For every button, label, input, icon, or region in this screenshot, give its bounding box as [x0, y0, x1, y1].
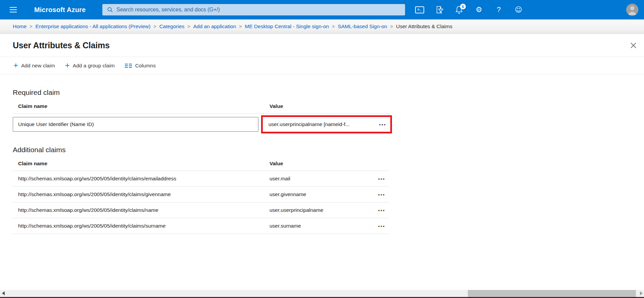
columns-icon — [125, 63, 132, 68]
claim-value-cell: user.userprincipalname — [269, 207, 368, 213]
claim-name-cell: http://schemas.xmlsoap.org/ws/2005/05/id… — [18, 191, 269, 197]
menu-bar — [10, 7, 17, 8]
feedback-smiley-icon[interactable]: ☺ — [512, 3, 525, 16]
claim-value-cell: user.surname — [269, 223, 368, 229]
claim-name-cell: http://schemas.xmlsoap.org/ws/2005/05/id… — [18, 176, 269, 182]
column-header-value: Value — [269, 103, 389, 109]
blade-content: Required claim Claim name Value Unique U… — [0, 88, 644, 234]
additional-claims-table-header: Claim name Value — [13, 154, 389, 171]
person-icon — [626, 4, 638, 16]
breadcrumb-separator: > — [188, 24, 190, 29]
claim-name-cell: http://schemas.xmlsoap.org/ws/2005/05/id… — [18, 223, 269, 229]
required-claim-section: Required claim Claim name Value Unique U… — [13, 88, 644, 134]
breadcrumb-current: User Attributes & Claims — [396, 23, 452, 29]
breadcrumb-link[interactable]: Enterprise applications - All applicatio… — [36, 23, 151, 29]
breadcrumb-link[interactable]: Categories — [159, 23, 185, 29]
claim-table-row[interactable]: http://schemas.xmlsoap.org/ws/2005/05/id… — [13, 218, 389, 234]
required-claim-heading: Required claim — [13, 88, 644, 97]
claim-table-row[interactable]: http://schemas.xmlsoap.org/ws/2005/05/id… — [13, 171, 389, 187]
breadcrumb-link[interactable]: Add an application — [193, 23, 236, 29]
claim-value-cell: user.givenname — [269, 191, 368, 197]
close-icon[interactable] — [627, 39, 639, 51]
row-menu-ellipsis-icon[interactable]: ••• — [378, 122, 390, 127]
help-icon[interactable]: ? — [492, 3, 505, 16]
settings-gear-icon[interactable]: ⚙ — [472, 3, 486, 16]
row-menu-ellipsis-icon[interactable]: ••• — [377, 208, 389, 213]
breadcrumb: Home>Enterprise applications - All appli… — [0, 19, 644, 34]
search-input[interactable] — [113, 4, 405, 15]
breadcrumb-separator: > — [153, 24, 156, 29]
page-title: User Attributes & Claims — [13, 41, 110, 50]
column-header-value: Value — [269, 161, 389, 167]
add-group-claim-button[interactable]: + Add a group claim — [65, 62, 115, 70]
additional-claims-section: Additional claims Claim name Value http:… — [13, 146, 644, 234]
scroll-left-arrow-icon[interactable] — [2, 291, 5, 295]
highlight-red-box: user.userprincipalname [nameid-f... ••• — [261, 115, 392, 133]
search-icon — [107, 7, 113, 13]
cloud-shell-icon[interactable]: >_ — [413, 3, 426, 16]
claim-table-row[interactable]: http://schemas.xmlsoap.org/ws/2005/05/id… — [13, 187, 389, 202]
claim-name-cell: http://schemas.xmlsoap.org/ws/2005/05/id… — [18, 207, 269, 213]
claim-table-row[interactable]: http://schemas.xmlsoap.org/ws/2005/05/id… — [13, 202, 389, 218]
global-search[interactable] — [102, 4, 405, 15]
breadcrumb-separator: > — [332, 24, 335, 29]
breadcrumb-link[interactable]: SAML-based Sign-on — [338, 23, 387, 29]
columns-button[interactable]: Columns — [125, 63, 156, 69]
brand-title: Microsoft Azure — [34, 0, 86, 19]
menu-bar — [10, 12, 17, 12]
row-menu-ellipsis-icon[interactable]: ••• — [377, 224, 389, 228]
scrollbar-thumb[interactable] — [468, 290, 636, 297]
row-menu-ellipsis-icon[interactable]: ••• — [377, 177, 389, 181]
required-claim-row: Unique User Identifier (Name ID) user.us… — [13, 115, 644, 134]
command-bar: + Add new claim + Add a group claim Colu… — [0, 57, 644, 74]
required-claim-value-field[interactable]: user.userprincipalname [nameid-f... — [263, 121, 378, 127]
account-avatar[interactable] — [626, 4, 638, 16]
breadcrumb-separator: > — [30, 24, 32, 29]
column-header-claim-name: Claim name — [18, 103, 269, 109]
column-header-claim-name: Claim name — [18, 161, 269, 167]
top-bar: Microsoft Azure >_ 6 ⚙ — [0, 0, 644, 19]
blade-header: User Attributes & Claims — [0, 34, 644, 57]
breadcrumb-separator: > — [239, 24, 242, 29]
breadcrumb-separator: > — [390, 24, 393, 29]
breadcrumb-link[interactable]: ME Desktop Central - Single sign-on — [245, 23, 329, 29]
topbar-icon-group: >_ 6 ⚙ ? ☺ — [413, 0, 525, 19]
notification-count-badge: 6 — [460, 4, 466, 9]
menu-icon[interactable] — [5, 0, 21, 19]
additional-claims-table: http://schemas.xmlsoap.org/ws/2005/05/id… — [13, 171, 644, 234]
additional-claims-heading: Additional claims — [13, 146, 644, 154]
directory-filter-icon[interactable] — [433, 3, 446, 16]
scroll-right-arrow-icon[interactable] — [640, 291, 643, 295]
required-claim-table-header: Claim name Value — [13, 97, 389, 114]
plus-icon: + — [13, 61, 18, 69]
menu-bar — [10, 9, 17, 10]
claim-value-cell: user.mail — [269, 176, 368, 182]
required-claim-name-field[interactable]: Unique User Identifier (Name ID) — [13, 117, 258, 132]
plus-icon: + — [65, 61, 70, 69]
add-new-claim-button[interactable]: + Add new claim — [13, 62, 55, 70]
notifications-bell-icon[interactable]: 6 — [452, 3, 466, 16]
row-menu-ellipsis-icon[interactable]: ••• — [377, 192, 389, 197]
breadcrumb-link[interactable]: Home — [13, 23, 27, 29]
horizontal-scrollbar[interactable] — [0, 290, 644, 297]
user-attributes-claims-blade: User Attributes & Claims + Add new claim… — [0, 34, 644, 290]
